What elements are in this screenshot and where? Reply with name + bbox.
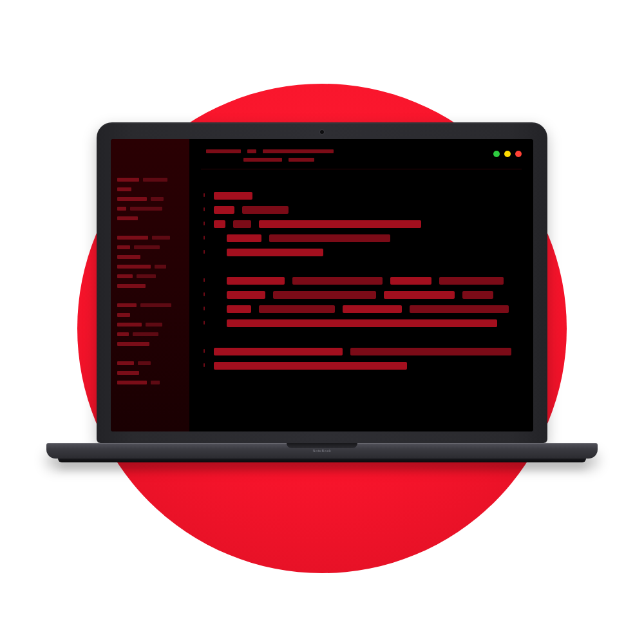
- title-divider: [201, 169, 522, 169]
- code-line: [214, 348, 520, 355]
- code-line: [214, 362, 520, 370]
- window-control-red[interactable]: [515, 151, 522, 157]
- tab-title-area: [206, 149, 482, 166]
- code-line: [214, 206, 520, 214]
- editor-sidebar: [111, 139, 189, 431]
- editor-main: [189, 139, 533, 431]
- window-control-green[interactable]: [493, 151, 500, 157]
- code-line: [214, 291, 520, 299]
- code-line: [214, 305, 520, 313]
- code-line: [214, 263, 520, 270]
- window-controls: [493, 151, 522, 157]
- window-control-yellow[interactable]: [504, 151, 511, 157]
- terminal-screen: [111, 139, 533, 431]
- device-brand-label: NoteBook: [313, 449, 332, 453]
- laptop-deck: NoteBook: [46, 443, 598, 459]
- code-line: [214, 334, 520, 341]
- line-number-gutter: [204, 193, 205, 412]
- laptop-lid: [97, 122, 547, 443]
- code-area: [214, 192, 520, 376]
- code-line: [214, 319, 520, 327]
- code-line: [214, 234, 520, 242]
- laptop-bottom-edge: [58, 459, 586, 462]
- code-line: [214, 220, 520, 228]
- code-line: [214, 192, 520, 200]
- webcam-dot: [320, 130, 324, 134]
- laptop-illustration: NoteBook: [46, 122, 598, 462]
- trackpad-notch: [287, 443, 357, 448]
- code-line: [214, 277, 520, 285]
- code-line: [214, 249, 520, 256]
